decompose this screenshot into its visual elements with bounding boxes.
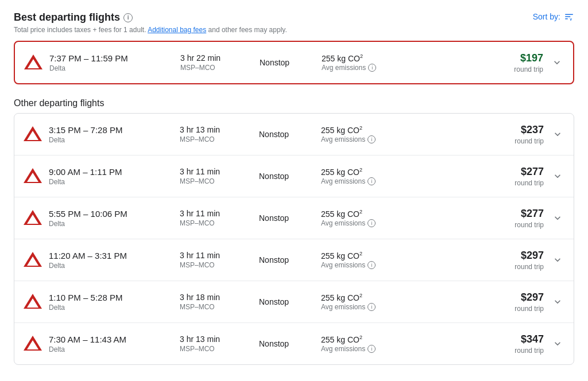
emissions-value: 255 kg CO2	[321, 167, 482, 177]
flight-duration-col: 3 hr 11 min MSP–MCO	[180, 209, 254, 227]
page-header: Best departing flights i Total price inc…	[14, 11, 574, 34]
expand-chevron[interactable]	[548, 338, 567, 349]
best-flight-card[interactable]: 7:37 PM – 11:59 PM Delta 3 hr 22 min MSP…	[14, 41, 574, 84]
flight-stops: Nonstop	[259, 297, 316, 306]
flight-price-col: $347 round trip	[486, 333, 544, 355]
bag-fees-link[interactable]: Additional bag fees	[148, 26, 206, 34]
flight-item[interactable]: 7:30 AM – 11:43 AM Delta 3 hr 13 min MSP…	[14, 323, 574, 364]
flight-route: MSP–MCO	[180, 219, 254, 227]
flight-price-col: $237 round trip	[486, 124, 544, 145]
price-label: round trip	[486, 221, 544, 229]
flight-route: MSP–MCO	[180, 177, 254, 185]
flight-duration-col: 3 hr 13 min MSP–MCO	[180, 125, 254, 143]
flight-duration-col: 3 hr 18 min MSP–MCO	[180, 293, 254, 311]
flight-duration: 3 hr 18 min	[180, 293, 254, 302]
flight-route: MSP–MCO	[180, 261, 254, 269]
flight-time-col: 7:30 AM – 11:43 AM Delta	[49, 335, 175, 353]
best-flight-row[interactable]: 7:37 PM – 11:59 PM Delta 3 hr 22 min MSP…	[15, 42, 573, 83]
flight-item[interactable]: 1:10 PM – 5:28 PM Delta 3 hr 18 min MSP–…	[14, 281, 574, 323]
flight-price: $297	[486, 291, 544, 304]
other-flights-title: Other departing flights	[14, 98, 574, 108]
header-left: Best departing flights i Total price inc…	[14, 11, 287, 34]
other-flights-section: Other departing flights 3:15 PM – 7:28 P…	[14, 98, 574, 365]
flight-route: MSP–MCO	[180, 64, 255, 72]
emissions-sub: Avg emissions i	[321, 345, 482, 353]
flight-duration: 3 hr 13 min	[180, 125, 254, 134]
page-title: Best departing flights i	[14, 11, 287, 24]
expand-chevron[interactable]	[548, 57, 566, 68]
emissions-info-icon[interactable]: i	[368, 345, 376, 353]
emissions-info-icon[interactable]: i	[368, 177, 376, 185]
flight-time: 3:15 PM – 7:28 PM	[49, 125, 175, 135]
flight-time-col: 11:20 AM – 3:31 PM Delta	[49, 251, 175, 270]
flight-price-col: $277 round trip	[486, 208, 544, 229]
airline-logo	[21, 332, 44, 355]
emissions-sub: Avg emissions i	[321, 135, 482, 143]
flight-emissions-col: 255 kg CO2 Avg emissions i	[322, 53, 481, 72]
flight-emissions-col: 255 kg CO2 Avg emissions i	[321, 209, 482, 228]
expand-chevron[interactable]	[548, 296, 567, 308]
expand-chevron[interactable]	[548, 212, 567, 224]
sort-by-label: Sort by:	[533, 12, 560, 21]
flight-stops: Nonstop	[259, 172, 316, 181]
emissions-sub: Avg emissions i	[321, 219, 482, 227]
emissions-info-icon[interactable]: i	[368, 219, 376, 227]
airline-name: Delta	[49, 64, 176, 72]
flight-time-col: 9:00 AM – 1:11 PM Delta	[49, 167, 175, 186]
emissions-sub: Avg emissions i	[321, 261, 482, 269]
flight-stops: Nonstop	[260, 58, 317, 67]
price-label: round trip	[486, 65, 543, 73]
sort-by-control[interactable]: Sort by:	[533, 11, 574, 22]
emissions-info-icon[interactable]: i	[368, 64, 376, 72]
flight-price-col: $197 round trip	[486, 52, 543, 73]
flight-time-col: 7:37 PM – 11:59 PM Delta	[49, 53, 176, 72]
airline-logo	[21, 290, 44, 313]
expand-chevron[interactable]	[548, 129, 567, 140]
price-label: round trip	[486, 305, 544, 313]
flight-stops: Nonstop	[259, 339, 316, 348]
flight-price: $297	[486, 250, 544, 262]
flight-duration: 3 hr 22 min	[180, 53, 255, 63]
flight-stops: Nonstop	[259, 213, 316, 223]
airline-name: Delta	[49, 262, 175, 270]
airline-logo	[21, 165, 44, 188]
price-label: round trip	[486, 179, 544, 187]
airline-name: Delta	[49, 304, 175, 312]
flight-item[interactable]: 11:20 AM – 3:31 PM Delta 3 hr 11 min MSP…	[14, 239, 574, 281]
flight-route: MSP–MCO	[180, 303, 254, 311]
title-info-icon[interactable]: i	[123, 13, 133, 22]
emissions-info-icon[interactable]: i	[368, 135, 376, 143]
flight-time: 7:37 PM – 11:59 PM	[49, 53, 176, 63]
airline-name: Delta	[49, 220, 175, 228]
sort-icon	[564, 11, 574, 22]
expand-chevron[interactable]	[548, 170, 567, 182]
flight-time-col: 1:10 PM – 5:28 PM Delta	[49, 293, 175, 312]
expand-chevron[interactable]	[548, 254, 567, 266]
flight-price: $277	[486, 166, 544, 178]
emissions-info-icon[interactable]: i	[368, 303, 376, 311]
flight-emissions-col: 255 kg CO2 Avg emissions i	[321, 167, 482, 186]
flight-duration-col: 3 hr 11 min MSP–MCO	[180, 251, 254, 269]
emissions-info-icon[interactable]: i	[368, 261, 376, 269]
price-label: round trip	[486, 263, 544, 271]
flight-item[interactable]: 5:55 PM – 10:06 PM Delta 3 hr 11 min MSP…	[14, 197, 574, 239]
price-label: round trip	[486, 347, 544, 355]
flight-duration: 3 hr 13 min	[180, 335, 254, 344]
emissions-value: 255 kg CO2	[321, 125, 482, 135]
flight-stops: Nonstop	[259, 255, 316, 265]
flight-duration: 3 hr 11 min	[180, 209, 254, 218]
airline-logo	[21, 123, 44, 146]
flight-price-col: $277 round trip	[486, 166, 544, 187]
flight-time: 7:30 AM – 11:43 AM	[49, 335, 175, 344]
flight-emissions-col: 255 kg CO2 Avg emissions i	[321, 251, 482, 270]
airline-name: Delta	[49, 345, 175, 353]
flight-time: 11:20 AM – 3:31 PM	[49, 251, 175, 261]
flight-item[interactable]: 3:15 PM – 7:28 PM Delta 3 hr 13 min MSP–…	[14, 114, 574, 155]
flight-duration: 3 hr 11 min	[180, 167, 254, 176]
flights-list: 3:15 PM – 7:28 PM Delta 3 hr 13 min MSP–…	[14, 113, 574, 365]
flight-item[interactable]: 9:00 AM – 1:11 PM Delta 3 hr 11 min MSP–…	[14, 155, 574, 197]
airline-logo	[21, 248, 44, 271]
price-label: round trip	[486, 137, 544, 145]
flight-duration-col: 3 hr 13 min MSP–MCO	[180, 335, 254, 353]
flight-price-col: $297 round trip	[486, 250, 544, 271]
